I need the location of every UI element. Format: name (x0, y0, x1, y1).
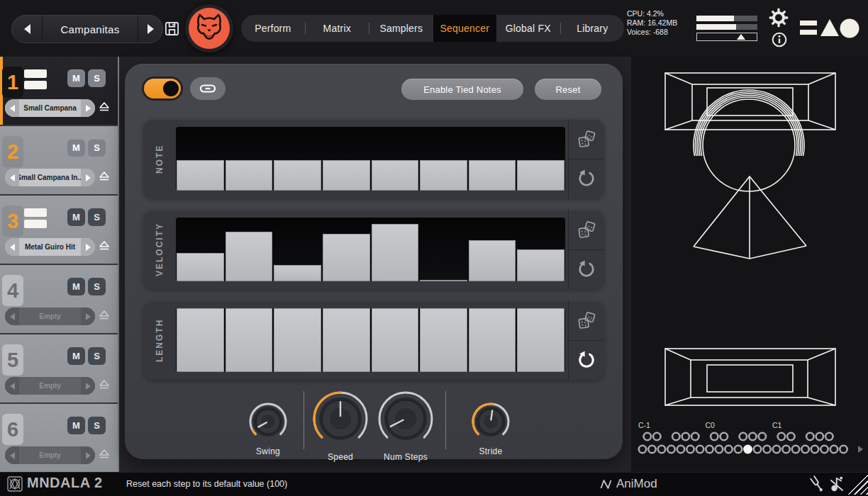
step-bar[interactable] (469, 240, 516, 282)
link-button[interactable] (190, 77, 226, 100)
black-key-dot[interactable] (740, 433, 747, 440)
tab-perform[interactable]: Perform (241, 15, 305, 42)
sample-prev-button[interactable] (5, 169, 19, 186)
knob-swing[interactable]: Swing (235, 400, 301, 456)
sample-prev-button[interactable] (5, 99, 19, 117)
step-chart[interactable] (176, 127, 565, 191)
white-key-dot[interactable] (667, 446, 674, 453)
black-key-dot[interactable] (787, 433, 794, 440)
white-key-dot[interactable] (820, 446, 828, 453)
mute-button[interactable]: M (67, 69, 85, 87)
mute-button[interactable]: M (67, 139, 85, 157)
cycle-reset-button[interactable] (569, 250, 604, 290)
step-bar[interactable] (323, 160, 370, 191)
white-key-dot[interactable] (677, 446, 684, 453)
keyboard-range-display[interactable]: C-1C0C1 (635, 419, 868, 462)
sample-next-button[interactable] (81, 99, 95, 117)
animod-label[interactable]: AniMod (600, 477, 657, 491)
black-key-dot[interactable] (825, 433, 833, 440)
sample-next-button[interactable] (81, 377, 95, 395)
step-bar[interactable] (517, 160, 564, 191)
step-bar[interactable] (226, 232, 273, 281)
sample-next-button[interactable] (81, 308, 95, 325)
step-bar[interactable] (177, 308, 224, 372)
randomize-button[interactable] (569, 210, 604, 250)
tab-matrix[interactable]: Matrix (306, 15, 369, 42)
eject-button[interactable] (99, 101, 110, 115)
step-bar[interactable] (323, 234, 370, 282)
white-key-dot[interactable] (706, 446, 713, 453)
eject-button[interactable] (99, 171, 110, 184)
knob-dial[interactable] (246, 400, 290, 444)
solo-button[interactable]: S (88, 208, 106, 226)
preset-next-button[interactable] (138, 16, 162, 43)
enable-tied-notes-button[interactable]: Enable Tied Notes (401, 79, 523, 100)
white-key-dot[interactable] (792, 446, 799, 453)
sample-selector[interactable]: Empty (5, 377, 95, 395)
save-button[interactable] (164, 21, 180, 40)
step-bar[interactable] (517, 308, 564, 372)
step-bar[interactable] (274, 308, 321, 372)
black-key-dot[interactable] (759, 433, 766, 440)
sampler-slot-2[interactable]: 2 M S Small Campana In... (0, 126, 118, 196)
white-key-dot[interactable] (639, 446, 646, 453)
step-bar[interactable] (372, 224, 419, 281)
klevgrand-logo[interactable] (800, 17, 859, 40)
white-key-dot[interactable] (782, 446, 789, 453)
step-bar[interactable] (274, 265, 321, 281)
eject-button[interactable] (99, 240, 110, 254)
white-key-dot[interactable] (754, 446, 761, 453)
mute-button[interactable]: M (67, 347, 85, 365)
sample-selector[interactable]: Empty (5, 308, 95, 325)
black-key-dot[interactable] (691, 433, 699, 440)
black-key-dot[interactable] (778, 433, 785, 440)
black-key-dot[interactable] (644, 433, 651, 440)
mute-button[interactable]: M (67, 278, 85, 295)
black-key-dot[interactable] (816, 433, 823, 440)
slider-thumb-icon[interactable] (737, 34, 745, 40)
white-key-dot[interactable] (725, 446, 732, 453)
white-key-dot[interactable] (840, 446, 847, 453)
sampler-slot-1[interactable]: 1 M S Small Campana (0, 57, 118, 126)
white-key-dot[interactable] (686, 446, 694, 453)
sampler-slot-3[interactable]: 3 M S Metal Guiro Hit (0, 196, 118, 265)
white-key-dot[interactable] (801, 446, 808, 453)
step-bar[interactable] (372, 160, 419, 191)
sampler-slot-4[interactable]: 4 M S Empty (0, 265, 118, 334)
mute-button[interactable]: M (67, 417, 85, 434)
sample-prev-button[interactable] (5, 238, 19, 256)
knob-dial[interactable] (375, 388, 436, 449)
black-key-dot[interactable] (682, 433, 689, 440)
sample-prev-button[interactable] (5, 308, 19, 325)
solo-button[interactable]: S (88, 278, 106, 295)
black-key-dot[interactable] (749, 433, 756, 440)
step-bar[interactable] (469, 160, 516, 191)
solo-button[interactable]: S (88, 417, 106, 434)
preset-name[interactable]: Campanitas (43, 16, 138, 43)
white-key-dot[interactable] (811, 446, 818, 453)
solo-button[interactable]: S (88, 347, 106, 365)
reset-button[interactable]: Reset (535, 79, 601, 100)
eject-button[interactable] (99, 449, 110, 462)
app-logo-button[interactable] (185, 4, 233, 52)
step-bar[interactable] (274, 160, 321, 191)
white-key-dot[interactable] (658, 446, 665, 453)
sample-next-button[interactable] (81, 169, 95, 186)
white-key-dot-active[interactable] (743, 445, 752, 454)
step-bar[interactable] (420, 280, 467, 281)
sample-next-button[interactable] (81, 446, 95, 464)
midi-note-button[interactable] (828, 475, 845, 496)
sample-prev-button[interactable] (5, 377, 19, 395)
knob-dial[interactable] (469, 400, 513, 444)
black-key-dot[interactable] (720, 433, 728, 440)
knob-speed[interactable]: Speed (308, 388, 373, 462)
white-key-dot[interactable] (830, 446, 838, 453)
step-bar[interactable] (323, 308, 370, 372)
solo-button[interactable]: S (88, 69, 106, 87)
white-key-dot[interactable] (735, 446, 742, 453)
step-bar[interactable] (420, 308, 467, 372)
knob-stride[interactable]: Stride (458, 400, 523, 456)
step-bar[interactable] (226, 308, 273, 372)
white-key-dot[interactable] (763, 446, 770, 453)
step-bar[interactable] (420, 160, 467, 191)
